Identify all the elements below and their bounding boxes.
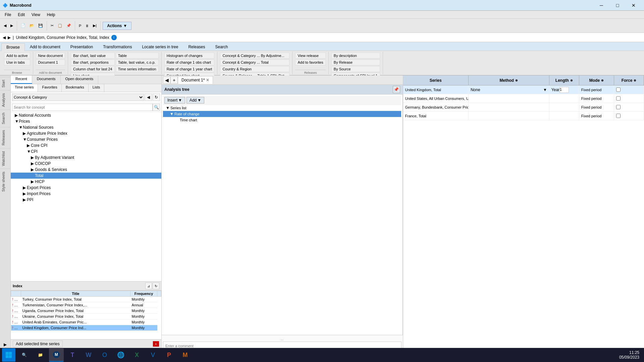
index-col-freq[interactable]: Frequency bbox=[130, 291, 157, 297]
index-row-0[interactable]: ! □ ≡ ■■ Turkey, Consumer Price Index, T… bbox=[11, 297, 161, 302]
at-time-chart[interactable]: Time chart bbox=[163, 117, 401, 123]
tree-goods-services[interactable]: ▶ Goods & Services bbox=[11, 167, 161, 173]
doc-tab-close[interactable]: ✕ bbox=[206, 78, 209, 82]
ribbon-locate-country[interactable]: Country & Region bbox=[220, 66, 289, 72]
index-row-3[interactable]: ! □ ≡ ■■ Ukraine, Consumer Price Index, … bbox=[11, 314, 161, 319]
ribbon-tab-locate[interactable]: Locate series in tree bbox=[137, 43, 183, 51]
series-row-0[interactable]: United Kingdom, Total None ▼ Year Fixed … bbox=[403, 85, 644, 94]
breadcrumb-forward[interactable]: ▶ bbox=[8, 35, 11, 40]
at-rate-of-change[interactable]: ▼ Rate of change bbox=[163, 111, 401, 117]
ribbon-new-document[interactable]: New document bbox=[36, 53, 65, 59]
ribbon-tab-transformations[interactable]: Transformations bbox=[98, 43, 137, 51]
at-series-list[interactable]: ▼ Series list bbox=[163, 105, 401, 111]
tb-btn-pause[interactable]: ⏸ bbox=[84, 20, 91, 31]
taskbar-excel[interactable]: X bbox=[129, 348, 144, 362]
doc-tab-back[interactable]: ◀ bbox=[163, 76, 170, 84]
col-method[interactable]: Method ⊕ bbox=[469, 75, 549, 85]
series-row-3[interactable]: France, Total Fixed period bbox=[403, 112, 644, 120]
tree-consumer-prices[interactable]: ▼ Consumer Prices bbox=[11, 136, 161, 142]
tree-by-adj[interactable]: ▶ By Adjustment Variant bbox=[11, 155, 161, 161]
category-dropdown[interactable]: Concept & Category bbox=[12, 94, 144, 101]
ribbon-by-release[interactable]: By Release bbox=[331, 59, 380, 65]
sidebar-tab-start[interactable]: Start bbox=[0, 77, 10, 90]
menu-help[interactable]: Help bbox=[44, 12, 59, 18]
close-button[interactable]: ✕ bbox=[626, 0, 641, 11]
new-doc-button[interactable]: 📄 bbox=[19, 20, 27, 31]
ribbon-add-to-active[interactable]: Add to active bbox=[4, 53, 30, 59]
ribbon-tab-browse[interactable]: Browse bbox=[1, 43, 25, 51]
col-mode[interactable]: Mode ⊕ bbox=[579, 75, 614, 85]
index-filter-btn[interactable]: ⊿ bbox=[145, 283, 152, 289]
col-force[interactable]: Force ⊕ bbox=[614, 75, 644, 85]
ribbon-tab-add[interactable]: Add to document bbox=[25, 43, 65, 51]
start-button[interactable] bbox=[2, 348, 15, 362]
ribbon-table[interactable]: Table bbox=[116, 53, 159, 59]
save-button[interactable]: 💾 bbox=[37, 20, 45, 31]
sidebar-tab-analysis[interactable]: Analysis bbox=[0, 90, 10, 110]
ribbon-by-source[interactable]: By Source bbox=[331, 66, 380, 72]
actions-button[interactable]: Actions ▼ bbox=[103, 22, 131, 30]
series-cell-method-1[interactable] bbox=[469, 94, 549, 103]
ribbon-bar-chart-last[interactable]: Bar chart, last value bbox=[71, 53, 115, 59]
ribbon-tab-releases[interactable]: Releases bbox=[183, 43, 210, 51]
tree-agriculture[interactable]: ▶ Agriculture Price Index bbox=[11, 130, 161, 136]
doc-tab-add[interactable]: + bbox=[170, 76, 178, 84]
tree-total[interactable]: Total bbox=[11, 173, 161, 179]
ribbon-tab-search[interactable]: Search bbox=[210, 43, 233, 51]
menu-edit[interactable]: Edit bbox=[14, 12, 28, 18]
length-num-0[interactable] bbox=[559, 87, 569, 93]
breadcrumb-back[interactable]: ◀ bbox=[3, 35, 6, 40]
tb-btn-p[interactable]: P bbox=[77, 20, 83, 31]
copy-button[interactable]: 📋 bbox=[56, 20, 64, 31]
ribbon-rate-1year[interactable]: Rate of change 1 year chart bbox=[164, 66, 215, 72]
taskbar-chrome[interactable]: 🌐 bbox=[113, 348, 128, 362]
cat-back-btn[interactable]: ◀ bbox=[145, 94, 152, 101]
tree-coicop[interactable]: ▶ COICOP bbox=[11, 161, 161, 167]
ribbon-time-series-info[interactable]: Time series information bbox=[116, 66, 159, 72]
force-check-3[interactable] bbox=[616, 114, 621, 118]
tree-national-sources[interactable]: ▼ National Sources bbox=[11, 124, 161, 130]
add-series-red-btn[interactable]: + bbox=[153, 341, 159, 347]
ribbon-view-release[interactable]: View release bbox=[295, 53, 325, 59]
info-badge[interactable]: i bbox=[111, 35, 117, 40]
ribbon-column-chart[interactable]: Column chart for last 24 bbox=[71, 66, 115, 72]
sidebar-tab-releases[interactable]: Releases bbox=[0, 127, 10, 148]
series-cell-method-0[interactable]: None ▼ bbox=[469, 85, 549, 94]
index-row-5[interactable]: ! □ ≡ ■■ United Kingdom, Consumer Price … bbox=[11, 325, 161, 331]
series-cell-method-3[interactable] bbox=[469, 112, 549, 120]
tree-import-prices[interactable]: ▶ Import Prices bbox=[11, 191, 161, 197]
minimize-button[interactable]: ─ bbox=[594, 0, 609, 11]
col-series[interactable]: Series bbox=[403, 75, 469, 85]
taskbar-files[interactable]: 📁 bbox=[33, 348, 48, 362]
sidebar-tab-search[interactable]: Search bbox=[0, 110, 10, 127]
ribbon-use-in-tabs[interactable]: Use in tabs bbox=[4, 59, 30, 65]
series-row-1[interactable]: United States, All Urban Consumers, U.S.… bbox=[403, 94, 644, 103]
taskbar-search[interactable]: 🔍 bbox=[17, 348, 32, 362]
nav-forward-button[interactable]: ▶ bbox=[9, 20, 15, 31]
cut-button[interactable]: ✂ bbox=[49, 20, 55, 31]
sidebar-tab-stylesheets[interactable]: Style sheets bbox=[0, 169, 10, 194]
force-check-1[interactable] bbox=[616, 96, 621, 101]
ribbon-locate-by-adj[interactable]: Concept & Category ... By Adjustme... bbox=[220, 53, 289, 59]
subtab-lists[interactable]: Lists bbox=[89, 84, 105, 92]
taskbar-powerpoint[interactable]: P bbox=[162, 348, 176, 362]
ribbon-by-description[interactable]: By description bbox=[331, 53, 380, 59]
taskbar-vscode[interactable]: V bbox=[146, 348, 160, 362]
sidebar-tab-watchlist[interactable]: Watchlist bbox=[0, 148, 10, 169]
ribbon-table-last[interactable]: Table, last value, c.o.p. bbox=[116, 59, 159, 65]
menu-file[interactable]: File bbox=[1, 12, 14, 18]
force-check-2[interactable] bbox=[616, 105, 621, 109]
tree-cpi[interactable]: ▼ CPI bbox=[11, 148, 161, 155]
taskbar-teams[interactable]: T bbox=[65, 348, 80, 362]
add-series-button[interactable]: Add selected time series bbox=[13, 341, 63, 347]
taskbar-m-app[interactable]: M bbox=[178, 348, 193, 362]
tab-documents[interactable]: Documents bbox=[32, 75, 61, 84]
series-row-2[interactable]: Germany, Bundesbank, Consumer Price Inde… bbox=[403, 103, 644, 112]
tree-export-prices[interactable]: ▶ Export Prices bbox=[11, 185, 161, 191]
tree-ppi[interactable]: ▶ PPI bbox=[11, 197, 161, 203]
index-refresh-btn[interactable]: ↻ bbox=[153, 283, 159, 289]
tab-open-documents[interactable]: Open documents bbox=[61, 75, 99, 84]
ribbon-locate-total[interactable]: Concept & Category ... Total bbox=[220, 59, 289, 65]
index-col-title[interactable]: Title bbox=[21, 291, 130, 297]
ribbon-bar-chart-prop[interactable]: Bar chart, proportions bbox=[71, 59, 115, 65]
